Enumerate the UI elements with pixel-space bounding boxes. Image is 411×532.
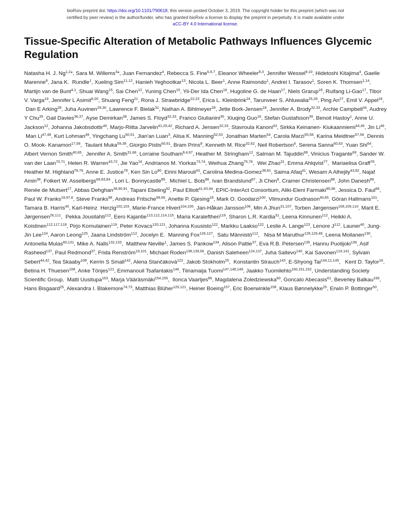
license-link[interactable]: aCC-BY 4.0 International license bbox=[173, 21, 237, 26]
paper-title: Tissue-Specific Alteration of Metabolic … bbox=[24, 35, 387, 62]
authors-block: Natasha H. J. Ng1,2*, Sara M. Willems3*,… bbox=[24, 69, 387, 293]
doi-link[interactable]: https://doi.org/10.1101/790618 bbox=[107, 8, 167, 13]
page: bioRxiv preprint doi: https://doi.org/10… bbox=[0, 0, 411, 532]
preprint-notice: bioRxiv preprint doi: https://doi.org/10… bbox=[24, 7, 387, 27]
